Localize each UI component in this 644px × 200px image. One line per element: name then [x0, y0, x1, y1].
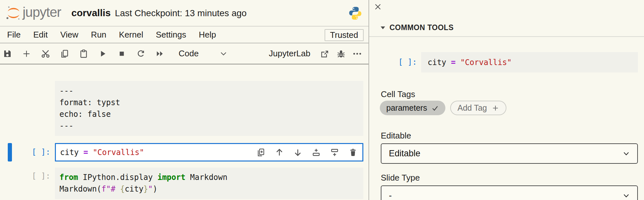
- cut-icon: [40, 49, 51, 59]
- jupyter-window: jupyter corvallis Last Checkpoint: 13 mi…: [0, 0, 644, 200]
- jupyter-logo-text: jupyter: [23, 5, 61, 20]
- raw-cell-line: format: typst: [59, 97, 363, 108]
- notebook-area: jupyter corvallis Last Checkpoint: 13 mi…: [0, 0, 369, 200]
- menu-kernel[interactable]: Kernel: [119, 30, 143, 40]
- insert-above-icon: [311, 148, 321, 157]
- save-button[interactable]: [2, 48, 13, 59]
- close-panel-button[interactable]: [373, 2, 383, 12]
- editable-select-value: Editable: [389, 149, 421, 159]
- menu-edit[interactable]: Edit: [33, 30, 48, 40]
- restart-kernel-button[interactable]: [135, 48, 146, 59]
- tag-parameters[interactable]: parameters: [380, 101, 445, 115]
- preview-code-box[interactable]: city = "Corvallis": [421, 52, 638, 72]
- property-inspector-panel: COMMON TOOLS [ ]: city = "Corvallis" Cel…: [369, 0, 644, 200]
- python-kernel-icon: [348, 6, 362, 21]
- cell-toolbar: [247, 144, 358, 161]
- execution-prompt: [ ]:: [0, 143, 50, 161]
- menu-view[interactable]: View: [60, 30, 78, 40]
- trusted-button[interactable]: Trusted: [325, 29, 364, 41]
- execution-prompt: [ ]:: [0, 172, 50, 181]
- menu-run[interactable]: Run: [91, 30, 107, 40]
- move-up-icon: [275, 148, 284, 157]
- move-cell-down-button[interactable]: [293, 147, 303, 157]
- insert-cell-above-button[interactable]: [311, 147, 321, 157]
- stop-icon: [117, 49, 126, 58]
- cell-type-value: Code: [179, 49, 199, 59]
- code-cell-editor[interactable]: from IPython.display import Markdown Mar…: [55, 168, 363, 199]
- more-commands-button[interactable]: [352, 48, 363, 59]
- notebook-header: jupyter corvallis Last Checkpoint: 13 mi…: [0, 0, 369, 27]
- save-icon: [3, 49, 12, 59]
- run-icon: [98, 49, 107, 58]
- open-in-jupyterlab-button[interactable]: [319, 48, 330, 59]
- raw-cell-line: echo: false: [59, 108, 363, 120]
- raw-cell-line: ---: [59, 120, 363, 132]
- raw-cell-row: --- format: typst echo: false ---: [0, 81, 369, 136]
- ellipsis-icon: [352, 49, 362, 59]
- code-cell-row: [ ]: from IPython.display import Markdow…: [0, 168, 369, 199]
- editable-label: Editable: [381, 131, 411, 141]
- preview-code-line: city = "Corvallis": [428, 57, 512, 68]
- code-line: from IPython.display import Markdown: [59, 172, 363, 183]
- add-tag-label: Add Tag: [457, 103, 487, 113]
- active-cell-preview: [ ]: city = "Corvallis": [369, 52, 644, 72]
- notebook-title[interactable]: corvallis: [71, 7, 111, 18]
- duplicate-cell-icon: [256, 148, 266, 157]
- raw-cell-editor[interactable]: --- format: typst echo: false ---: [55, 81, 363, 136]
- move-down-icon: [293, 148, 303, 157]
- common-tools-section-header[interactable]: COMMON TOOLS: [380, 23, 454, 32]
- slide-type-label: Slide Type: [381, 173, 420, 183]
- caret-down-icon: [380, 26, 386, 30]
- add-cell-button[interactable]: [21, 48, 32, 59]
- run-button[interactable]: [97, 48, 108, 59]
- checkpoint-text: Last Checkpoint: 13 minutes ago: [115, 8, 247, 18]
- slide-type-select-value: -: [389, 191, 392, 200]
- check-icon: [431, 104, 439, 112]
- copy-button[interactable]: [59, 48, 70, 59]
- code-line: Markdown(f"# {city}"): [59, 183, 363, 195]
- copy-icon: [60, 49, 69, 59]
- section-title: COMMON TOOLS: [390, 23, 454, 32]
- editable-select[interactable]: Editable: [381, 143, 638, 164]
- debugger-button[interactable]: [336, 48, 347, 59]
- run-all-icon: [155, 49, 165, 59]
- notebook-title-group: corvallis Last Checkpoint: 13 minutes ag…: [71, 7, 247, 18]
- insert-below-icon: [330, 148, 339, 157]
- duplicate-cell-button[interactable]: [256, 147, 266, 157]
- code-line: city = "Corvallis": [60, 147, 144, 158]
- notebook-toolbar: Code JupyterLab: [0, 43, 369, 64]
- insert-cell-below-button[interactable]: [329, 147, 339, 157]
- add-tag-button[interactable]: Add Tag: [450, 101, 506, 115]
- restart-icon: [136, 49, 146, 59]
- delete-cell-icon: [348, 148, 358, 157]
- menu-help[interactable]: Help: [199, 30, 216, 40]
- plus-icon: [492, 104, 499, 112]
- jupyter-logo[interactable]: jupyter: [6, 5, 61, 21]
- slide-type-select[interactable]: -: [381, 185, 638, 200]
- add-cell-icon: [22, 49, 31, 59]
- section-divider: [369, 36, 644, 37]
- chevron-down-icon: [622, 193, 630, 198]
- raw-cell-line: ---: [59, 85, 363, 97]
- chevron-down-icon: [622, 151, 630, 156]
- toolbar-right-group: JupyterLab: [269, 48, 363, 59]
- external-link-icon: [320, 49, 330, 59]
- cell-type-dropdown[interactable]: Code: [179, 49, 228, 59]
- paste-icon: [79, 49, 88, 59]
- menu-settings[interactable]: Settings: [156, 30, 186, 40]
- jupyter-logo-icon: [6, 5, 21, 21]
- chevron-down-icon: [219, 51, 228, 57]
- cut-button[interactable]: [40, 48, 51, 59]
- notebook-cells: --- format: typst echo: false --- [ ]: c…: [0, 64, 369, 199]
- menu-file[interactable]: File: [7, 30, 21, 40]
- jupyterlab-link[interactable]: JupyterLab: [269, 49, 310, 59]
- cell-tags-label: Cell Tags: [381, 89, 415, 99]
- run-all-button[interactable]: [154, 48, 165, 59]
- preview-execution-prompt: [ ]:: [369, 52, 417, 72]
- stop-button[interactable]: [116, 48, 127, 59]
- selected-code-cell-editor[interactable]: city = "Corvallis": [55, 143, 363, 161]
- delete-cell-button[interactable]: [348, 147, 358, 157]
- paste-button[interactable]: [78, 48, 89, 59]
- move-cell-up-button[interactable]: [274, 147, 284, 157]
- cell-tags-row: parameters Add Tag: [380, 101, 506, 115]
